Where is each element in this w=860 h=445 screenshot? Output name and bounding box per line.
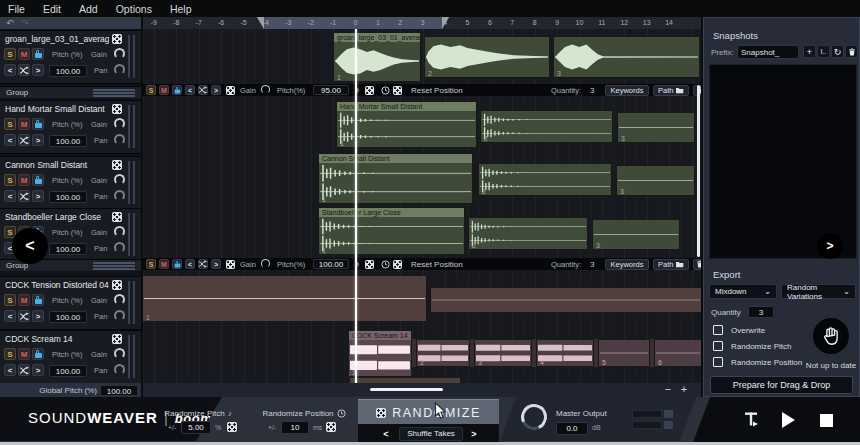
- export-variation-dropdown[interactable]: Random Variations ⌄: [781, 284, 856, 299]
- position-dice-icon[interactable]: [393, 260, 402, 269]
- clip-hand-mortar-2[interactable]: 2: [480, 110, 613, 143]
- pitch-dice-icon[interactable]: [365, 260, 374, 269]
- stop-button[interactable]: [820, 414, 833, 427]
- lock-button[interactable]: [32, 118, 44, 130]
- mute-button[interactable]: M: [18, 48, 30, 60]
- gain-knob[interactable]: [114, 48, 125, 59]
- master-output-input[interactable]: 0.0: [556, 422, 588, 435]
- next-take-button[interactable]: >: [32, 310, 44, 322]
- timeline-area[interactable]: groan_large_03_01_average... 1 2 3 S M <…: [143, 29, 701, 383]
- group-next-button[interactable]: >: [211, 85, 221, 95]
- group-dice-icon[interactable]: [226, 260, 235, 269]
- solo-button[interactable]: S: [4, 174, 16, 186]
- track-card-tension[interactable]: CDCK Tension Distorted 04 S M Pitch (%) …: [0, 276, 141, 330]
- keywords-button[interactable]: Keywords: [605, 85, 649, 96]
- track-pitch-value[interactable]: 100.00: [49, 365, 87, 377]
- clip-groan-3[interactable]: 3: [553, 36, 700, 78]
- play-button[interactable]: [780, 411, 796, 429]
- redo-icon[interactable]: ↷: [22, 18, 30, 28]
- pan-knob[interactable]: [114, 242, 125, 253]
- track-pitch-value[interactable]: 100.00: [49, 191, 87, 203]
- next-take-button[interactable]: >: [32, 364, 44, 376]
- shuffle-take-button[interactable]: [18, 364, 30, 376]
- gain-knob[interactable]: [114, 118, 125, 129]
- vertical-scrollbar[interactable]: [697, 85, 700, 257]
- delete-group-button[interactable]: [693, 259, 701, 270]
- clip-standboeller-2[interactable]: 2: [468, 217, 588, 250]
- clip-cannon-3[interactable]: 3: [616, 165, 695, 196]
- next-take-button[interactable]: >: [32, 64, 44, 76]
- rename-snapshot-button[interactable]: I..: [817, 45, 830, 58]
- clip-groan-1[interactable]: groan_large_03_01_average... 1: [333, 32, 421, 82]
- clip-cannon-1[interactable]: Cannon Small Distant 1: [318, 153, 473, 204]
- lock-button[interactable]: [32, 48, 44, 60]
- export-quantity-input[interactable]: 3: [748, 306, 774, 318]
- group-mute-button[interactable]: M: [159, 259, 169, 269]
- next-take-button[interactable]: >: [32, 190, 44, 202]
- prepare-drag-drop-button[interactable]: Prepare for Drag & Drop: [710, 376, 853, 394]
- gain-knob[interactable]: [114, 294, 125, 305]
- clip-scream-5[interactable]: 5: [598, 339, 650, 367]
- track-pitch-value[interactable]: 100.00: [49, 243, 87, 255]
- group-solo-button[interactable]: S: [146, 259, 156, 269]
- pan-knob[interactable]: [114, 134, 125, 145]
- clip-groan-2[interactable]: 2: [424, 36, 550, 78]
- reset-position-button[interactable]: Reset Position: [411, 260, 463, 269]
- shuffle-prev-button[interactable]: <: [377, 427, 395, 441]
- track-pitch-value[interactable]: 100.00: [49, 65, 87, 77]
- group-next-button[interactable]: >: [211, 259, 221, 269]
- randomize-pitch-dice-icon[interactable]: [227, 422, 237, 432]
- add-snapshot-button[interactable]: +: [803, 45, 816, 58]
- prev-take-button[interactable]: <: [4, 190, 16, 202]
- shuffle-take-button[interactable]: [18, 134, 30, 146]
- quantity-value[interactable]: 3: [590, 260, 594, 269]
- drag-handle-circle[interactable]: [813, 318, 849, 354]
- lock-button[interactable]: [32, 294, 44, 306]
- shuffle-take-button[interactable]: [18, 310, 30, 322]
- prev-take-button[interactable]: <: [4, 310, 16, 322]
- randomize-pitch-checkbox[interactable]: [713, 341, 723, 351]
- path-button[interactable]: Path: [653, 259, 689, 270]
- delete-snapshot-button[interactable]: [845, 45, 858, 58]
- group-dice-icon[interactable]: [226, 86, 235, 95]
- menu-options[interactable]: Options: [116, 3, 152, 15]
- gain-knob[interactable]: [114, 226, 125, 237]
- collapse-left-panel-button[interactable]: <: [12, 228, 48, 264]
- clip-scream-1[interactable]: CDCK Scream 14 1: [348, 330, 412, 377]
- clip-hand-mortar-3[interactable]: 3: [617, 112, 695, 143]
- prev-take-button[interactable]: <: [4, 134, 16, 146]
- clip-cannon-2[interactable]: 2: [478, 163, 612, 196]
- gain-knob[interactable]: [114, 174, 125, 185]
- randomize-position-checkbox[interactable]: [713, 357, 723, 367]
- clip-scream-2[interactable]: 2: [416, 339, 470, 367]
- prev-take-button[interactable]: <: [4, 64, 16, 76]
- clip-standboeller-1[interactable]: Standboeller Large Close 1: [318, 207, 465, 255]
- track-card-hand-mortar[interactable]: Hand Mortar Small Distant S M Pitch (%) …: [0, 100, 141, 154]
- prefix-input[interactable]: Snapshot_: [737, 45, 799, 59]
- prev-take-button[interactable]: <: [4, 364, 16, 376]
- clip-tension-2[interactable]: [430, 287, 701, 313]
- group-pitch-value[interactable]: 100.00: [313, 259, 349, 269]
- lock-button[interactable]: [32, 348, 44, 360]
- track-dice-icon[interactable]: [112, 160, 122, 170]
- snapshots-list[interactable]: [709, 64, 857, 259]
- refresh-snapshot-button[interactable]: ↻: [831, 45, 844, 58]
- group-shuffle-button[interactable]: [198, 85, 208, 95]
- gain-knob[interactable]: [114, 348, 125, 359]
- pan-knob[interactable]: [114, 64, 125, 75]
- clip-scream-4[interactable]: 4: [536, 339, 594, 367]
- path-button[interactable]: Path: [653, 85, 689, 96]
- solo-button[interactable]: S: [4, 294, 16, 306]
- clip-hand-mortar-1[interactable]: Hand Mortar Small Distant 1: [336, 101, 477, 148]
- overwrite-checkbox[interactable]: [713, 325, 723, 335]
- partial-clip[interactable]: [350, 378, 460, 383]
- track-dice-icon[interactable]: [112, 104, 122, 114]
- randomize-pitch-input[interactable]: 5.00: [181, 421, 211, 434]
- menu-add[interactable]: Add: [79, 3, 98, 15]
- solo-button[interactable]: S: [4, 348, 16, 360]
- pan-knob[interactable]: [114, 190, 125, 201]
- reset-position-button[interactable]: Reset Position: [411, 86, 463, 95]
- zoom-out-button[interactable]: −: [661, 383, 675, 396]
- shuffle-next-button[interactable]: >: [465, 427, 483, 441]
- group-gain-knob[interactable]: [261, 259, 270, 268]
